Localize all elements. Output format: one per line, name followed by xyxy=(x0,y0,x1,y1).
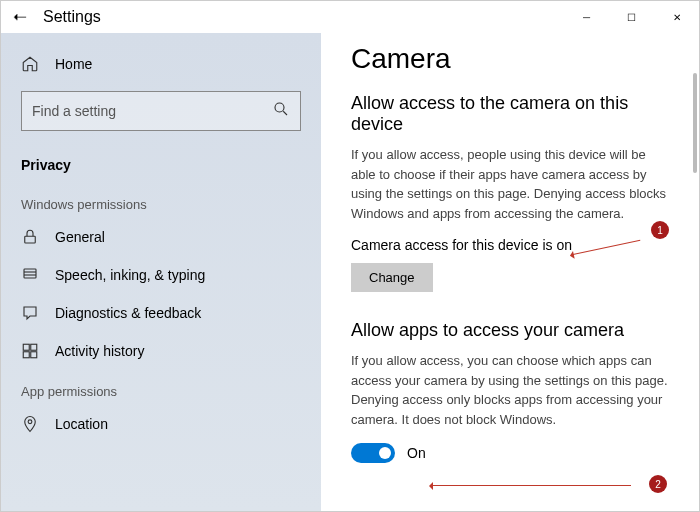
annotation-arrow-2 xyxy=(431,485,631,486)
home-icon xyxy=(21,55,39,73)
section-header-windows: Windows permissions xyxy=(1,183,321,218)
sidebar-item-general[interactable]: General xyxy=(1,218,321,256)
sidebar-item-label: Activity history xyxy=(55,343,144,359)
sidebar-item-activity[interactable]: Activity history xyxy=(1,332,321,370)
section2-desc: If you allow access, you can choose whic… xyxy=(351,351,669,429)
section1-desc: If you allow access, people using this d… xyxy=(351,145,669,223)
svg-rect-7 xyxy=(31,344,37,350)
window-title: Settings xyxy=(43,8,101,26)
back-button[interactable]: 🠐 xyxy=(13,9,27,25)
svg-line-1 xyxy=(283,111,287,115)
sidebar-home[interactable]: Home xyxy=(1,45,321,83)
svg-point-0 xyxy=(275,103,284,112)
change-button[interactable]: Change xyxy=(351,263,433,292)
search-input[interactable] xyxy=(32,103,272,119)
search-box[interactable] xyxy=(21,91,301,131)
toggle-label: On xyxy=(407,445,426,461)
main-panel: Camera Allow access to the camera on thi… xyxy=(321,33,699,511)
toggle-knob xyxy=(379,447,391,459)
scrollbar[interactable] xyxy=(693,73,697,173)
lock-icon xyxy=(21,228,39,246)
camera-access-status: Camera access for this device is on xyxy=(351,237,669,253)
svg-rect-9 xyxy=(31,352,37,358)
sidebar-item-location[interactable]: Location xyxy=(1,405,321,443)
section-header-app: App permissions xyxy=(1,370,321,405)
svg-rect-6 xyxy=(23,344,29,350)
page-title: Camera xyxy=(351,43,669,75)
sidebar-home-label: Home xyxy=(55,56,92,72)
apps-access-toggle[interactable] xyxy=(351,443,395,463)
close-button[interactable]: ✕ xyxy=(654,1,699,33)
sidebar-item-label: Location xyxy=(55,416,108,432)
sidebar-selected-category[interactable]: Privacy xyxy=(1,147,321,183)
sidebar-item-label: Diagnostics & feedback xyxy=(55,305,201,321)
annotation-badge-1: 1 xyxy=(651,221,669,239)
section2-title: Allow apps to access your camera xyxy=(351,320,669,341)
svg-rect-3 xyxy=(24,269,36,278)
sidebar-item-speech[interactable]: Speech, inking, & typing xyxy=(1,256,321,294)
activity-icon xyxy=(21,342,39,360)
sidebar: Home Privacy Windows permissions General xyxy=(1,33,321,511)
sidebar-item-label: General xyxy=(55,229,105,245)
svg-rect-2 xyxy=(25,236,36,243)
search-icon xyxy=(272,100,290,122)
annotation-badge-2: 2 xyxy=(649,475,667,493)
minimize-button[interactable]: ─ xyxy=(564,1,609,33)
svg-point-10 xyxy=(28,420,32,424)
titlebar: 🠐 Settings ─ ☐ ✕ xyxy=(1,1,699,33)
location-icon xyxy=(21,415,39,433)
sidebar-item-diagnostics[interactable]: Diagnostics & feedback xyxy=(1,294,321,332)
sidebar-item-label: Speech, inking, & typing xyxy=(55,267,205,283)
section1-title: Allow access to the camera on this devic… xyxy=(351,93,669,135)
svg-rect-8 xyxy=(23,352,29,358)
feedback-icon xyxy=(21,304,39,322)
maximize-button[interactable]: ☐ xyxy=(609,1,654,33)
speech-icon xyxy=(21,266,39,284)
